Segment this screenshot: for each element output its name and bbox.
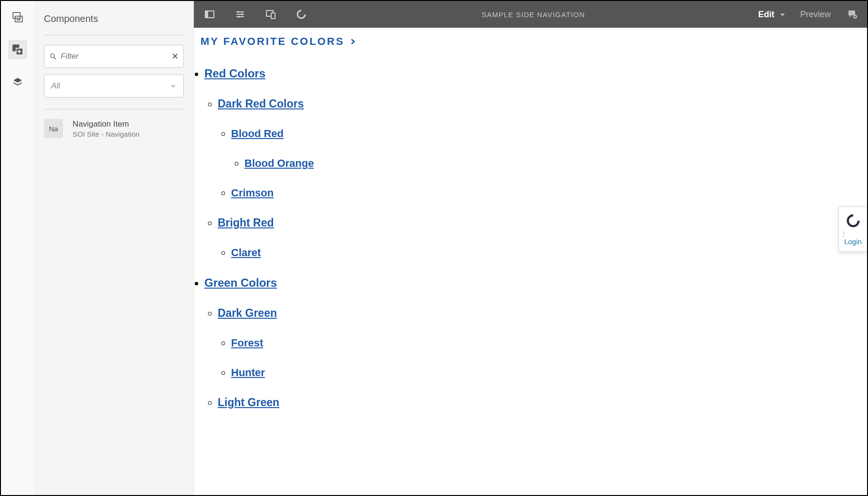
- page-info-button[interactable]: [233, 7, 247, 22]
- chevron-right-icon: [349, 38, 357, 45]
- components-panel: Components ✕ All NaNavigation ItemSOI Si…: [34, 1, 194, 495]
- svg-rect-11: [271, 13, 275, 19]
- editor-main: SAMPLE SIDE NAVIGATION Edit Preview MY F…: [194, 1, 867, 495]
- nav-item: Bright RedClaret: [218, 208, 865, 268]
- side-panel-icon: [204, 9, 215, 20]
- filter-input[interactable]: [57, 52, 171, 61]
- nav-link[interactable]: Blood Red: [231, 128, 284, 140]
- nav-link[interactable]: Green Colors: [204, 276, 277, 289]
- nav-link[interactable]: Forest: [231, 337, 263, 349]
- search-icon: [49, 53, 57, 60]
- nav-item: Red ColorsDark Red ColorsBlood RedBlood …: [204, 58, 865, 268]
- login-label: Login: [844, 237, 862, 246]
- drag-dots-icon: ⋮: [840, 233, 847, 236]
- nav-link[interactable]: Bright Red: [218, 216, 274, 229]
- svg-point-9: [238, 16, 240, 18]
- nav-item: Blood Orange: [244, 149, 865, 178]
- component-chip: Na: [44, 119, 63, 138]
- svg-rect-6: [205, 11, 208, 18]
- nav-link[interactable]: Crimson: [231, 187, 274, 199]
- devices-icon: [265, 9, 276, 20]
- emulator-button[interactable]: [264, 7, 278, 22]
- toggle-panel-button[interactable]: [202, 7, 217, 22]
- nav-link[interactable]: Dark Red Colors: [218, 97, 304, 110]
- layers-icon: [12, 76, 23, 88]
- select-value: All: [51, 81, 60, 91]
- annotate-icon: [847, 9, 858, 20]
- nav-item: Claret: [231, 238, 865, 268]
- sliders-icon: [234, 9, 246, 20]
- content-tree-rail-button[interactable]: [8, 73, 27, 92]
- nav-link[interactable]: Light Green: [218, 396, 279, 409]
- page-content: MY FAVORITE COLORS Red ColorsDark Red Co…: [194, 28, 867, 495]
- component-meta: Navigation ItemSOI Site - Navigation: [73, 119, 139, 138]
- svg-point-4: [51, 54, 54, 58]
- left-rail: [1, 1, 34, 495]
- context-hub-button[interactable]: [294, 7, 308, 22]
- nav-link[interactable]: Dark Green: [218, 307, 277, 319]
- nav-link[interactable]: Hunter: [231, 367, 265, 378]
- nav-item: Crimson: [231, 178, 865, 208]
- nav-link[interactable]: Red Colors: [204, 67, 265, 80]
- component-item[interactable]: NaNavigation ItemSOI Site - Navigation: [44, 116, 184, 141]
- filter-field[interactable]: ✕: [44, 45, 184, 68]
- nav-link[interactable]: Blood Orange: [244, 157, 314, 169]
- nav-item: Light Green: [218, 388, 865, 418]
- chevron-down-icon: [170, 83, 177, 89]
- chevron-down-icon: [779, 11, 786, 18]
- svg-rect-1: [15, 16, 22, 22]
- svg-point-7: [237, 11, 239, 13]
- editor-topbar: SAMPLE SIDE NAVIGATION Edit Preview: [194, 1, 867, 28]
- components-rail-button[interactable]: [8, 40, 27, 59]
- svg-rect-0: [13, 12, 20, 18]
- login-circle-icon: [846, 214, 860, 228]
- preview-button[interactable]: Preview: [800, 10, 831, 20]
- panel-title: Components: [44, 1, 184, 35]
- mode-switcher[interactable]: Edit: [758, 10, 786, 20]
- login-widget[interactable]: ⋮ Login: [838, 206, 867, 252]
- add-component-icon: [11, 43, 24, 56]
- mode-label: Edit: [758, 10, 774, 20]
- assets-rail-button[interactable]: [8, 8, 27, 27]
- nav-item: Blood RedBlood Orange: [231, 119, 865, 178]
- clear-filter-icon[interactable]: ✕: [171, 51, 179, 62]
- nav-item: Forest: [231, 328, 865, 358]
- annotate-button[interactable]: [845, 7, 859, 22]
- nav-item: Dark GreenForestHunter: [218, 298, 865, 388]
- component-title: Navigation Item: [73, 119, 139, 129]
- nav-link[interactable]: Claret: [231, 247, 261, 259]
- component-type-select[interactable]: All: [44, 75, 184, 97]
- nav-item: Green ColorsDark GreenForestHunterLight …: [204, 268, 865, 418]
- page-title: SAMPLE SIDE NAVIGATION: [308, 11, 758, 19]
- assets-icon: [11, 11, 24, 23]
- navigation-tree: Red ColorsDark Red ColorsBlood RedBlood …: [201, 58, 865, 418]
- page-heading[interactable]: MY FAVORITE COLORS: [201, 35, 865, 58]
- component-subtitle: SOI Site - Navigation: [73, 130, 139, 138]
- circle-open-icon: [296, 9, 307, 20]
- nav-item: Dark Red ColorsBlood RedBlood OrangeCrim…: [218, 89, 865, 208]
- nav-item: Hunter: [231, 358, 865, 388]
- svg-point-8: [241, 13, 243, 15]
